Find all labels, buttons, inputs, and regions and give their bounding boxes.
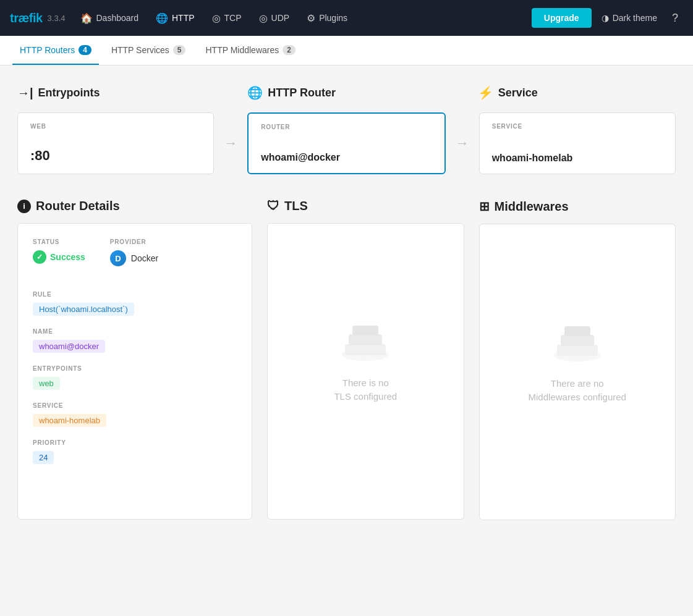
nav-http-label: HTTP — [172, 13, 195, 23]
service-label: SERVICE — [33, 402, 237, 409]
router-details-title-text: Router Details — [36, 199, 120, 213]
tab-http-routers-label: HTTP Routers — [20, 45, 75, 55]
nav-tcp-label: TCP — [224, 13, 242, 23]
tls-empty-icon — [338, 321, 393, 366]
middlewares-title-text: Middlewares — [495, 200, 569, 214]
dark-theme-label: Dark theme — [613, 13, 657, 23]
flow-headers: →| Entrypoints 🌐 HTTP Router ⚡ Service — [17, 85, 676, 100]
tcp-icon: ◎ — [212, 12, 221, 24]
service-icon: ⚡ — [478, 85, 493, 100]
name-field: NAME whoami@docker — [33, 328, 237, 353]
status-text: Success — [50, 252, 85, 262]
info-icon: i — [17, 200, 31, 213]
help-button[interactable]: ? — [667, 7, 683, 30]
entrypoints-value: web — [33, 377, 60, 390]
tls-title-text: TLS — [284, 199, 308, 213]
tab-http-services-label: HTTP Services — [111, 45, 169, 55]
flow-cards: WEB :80 → ROUTER whoami@docker → SERVICE… — [17, 112, 676, 174]
middlewares-title: ⊞ Middlewares — [479, 199, 676, 214]
svg-rect-3 — [352, 326, 378, 335]
rule-label: RULE — [33, 291, 237, 298]
brand-version: 3.3.4 — [48, 14, 66, 23]
arrow-1: → — [224, 135, 237, 151]
tab-http-middlewares-label: HTTP Middlewares — [205, 45, 279, 55]
service-value: whoami-homelab — [33, 414, 106, 427]
entrypoints-card: WEB :80 — [17, 112, 214, 174]
entrypoints-card-value: :80 — [30, 148, 201, 164]
svg-rect-2 — [349, 334, 382, 345]
navbar: træfik 3.3.4 🏠 Dashboard 🌐 HTTP ◎ TCP ◎ … — [0, 0, 693, 36]
middlewares-empty-icon — [550, 321, 605, 367]
flow-router-title: HTTP Router — [268, 86, 336, 99]
router-card-value: whoami@docker — [261, 152, 432, 163]
status-value: ✓ Success — [33, 250, 85, 264]
tabs-bar: HTTP Routers 4 HTTP Services 5 HTTP Midd… — [0, 36, 693, 65]
svg-rect-7 — [564, 326, 590, 336]
status-check-icon: ✓ — [33, 250, 46, 264]
provider-field: PROVIDER D Docker — [110, 238, 158, 266]
brand-logo: træfik — [10, 11, 43, 25]
dark-theme-toggle[interactable]: ◑ Dark theme — [594, 8, 665, 28]
provider-label: PROVIDER — [110, 238, 158, 245]
docker-icon: D — [110, 250, 126, 266]
tls-col: 🛡 TLS There is no TLS con — [267, 199, 464, 520]
middlewares-card: There are no Middlewares configured — [479, 224, 676, 520]
details-section: i Router Details STATUS ✓ Success PROVID… — [17, 199, 676, 520]
tls-card: There is no TLS configured — [267, 223, 464, 520]
priority-field: PRIORITY 24 — [33, 439, 237, 464]
router-icon: 🌐 — [247, 85, 263, 100]
middlewares-col: ⊞ Middlewares There are no — [479, 199, 676, 520]
status-field: STATUS ✓ Success — [33, 238, 85, 266]
tab-http-services-count: 5 — [173, 45, 186, 55]
http-icon: 🌐 — [156, 12, 168, 24]
entrypoints-field: ENTRYPOINTS web — [33, 365, 237, 390]
router-card-label: ROUTER — [261, 124, 432, 130]
main-content: →| Entrypoints 🌐 HTTP Router ⚡ Service W… — [0, 65, 693, 540]
middlewares-empty-line2: Middlewares configured — [529, 390, 626, 405]
rule-field: RULE Host(`whoami.localhost`) — [33, 291, 237, 316]
router-details-title: i Router Details — [17, 199, 252, 213]
flow-entrypoints-header: →| Entrypoints — [17, 86, 215, 100]
brand: træfik 3.3.4 — [10, 11, 66, 25]
status-provider-row: STATUS ✓ Success PROVIDER D Docker — [33, 238, 237, 279]
service-field: SERVICE whoami-homelab — [33, 402, 237, 427]
tab-http-routers[interactable]: HTTP Routers 4 — [12, 36, 99, 65]
nav-udp-label: UDP — [271, 13, 290, 23]
tab-http-middlewares[interactable]: HTTP Middlewares 2 — [198, 36, 302, 65]
flow-section: →| Entrypoints 🌐 HTTP Router ⚡ Service W… — [17, 85, 676, 174]
shield-icon: 🛡 — [267, 199, 279, 213]
middlewares-empty: There are no Middlewares configured — [495, 239, 661, 486]
tab-http-middlewares-count: 2 — [283, 45, 295, 55]
dark-theme-icon: ◑ — [602, 13, 609, 23]
priority-label: PRIORITY — [33, 439, 237, 446]
plugins-icon: ⚙ — [307, 12, 315, 24]
middlewares-empty-line1: There are no — [529, 377, 626, 391]
router-details-card: STATUS ✓ Success PROVIDER D Docker — [17, 223, 252, 520]
flow-router-header: 🌐 HTTP Router — [247, 85, 445, 100]
nav-tcp[interactable]: ◎ TCP — [205, 7, 249, 29]
tls-empty-line1: There is no — [334, 376, 397, 390]
svg-rect-1 — [345, 344, 386, 355]
priority-value: 24 — [33, 451, 54, 464]
nav-dashboard[interactable]: 🏠 Dashboard — [73, 7, 147, 29]
flow-service-title: Service — [498, 86, 538, 99]
tls-empty-text: There is no TLS configured — [334, 376, 397, 404]
flow-service-header: ⚡ Service — [478, 85, 676, 100]
arrow-2: → — [456, 135, 469, 151]
status-label: STATUS — [33, 238, 85, 245]
nav-udp[interactable]: ◎ UDP — [252, 7, 297, 29]
provider-text: Docker — [131, 253, 158, 263]
nav-plugins[interactable]: ⚙ Plugins — [299, 7, 355, 29]
provider-value: D Docker — [110, 250, 158, 266]
nav-http[interactable]: 🌐 HTTP — [148, 7, 202, 29]
nav-dashboard-label: Dashboard — [96, 13, 139, 23]
tls-title: 🛡 TLS — [267, 199, 464, 213]
home-icon: 🏠 — [80, 12, 93, 24]
upgrade-button[interactable]: Upgrade — [532, 8, 592, 28]
router-card: ROUTER whoami@docker — [247, 112, 445, 174]
entrypoints-label: ENTRYPOINTS — [33, 365, 237, 372]
tab-http-services[interactable]: HTTP Services 5 — [104, 36, 193, 65]
help-icon: ? — [672, 12, 678, 24]
svg-rect-6 — [561, 335, 594, 346]
tls-empty: There is no TLS configured — [283, 238, 449, 486]
